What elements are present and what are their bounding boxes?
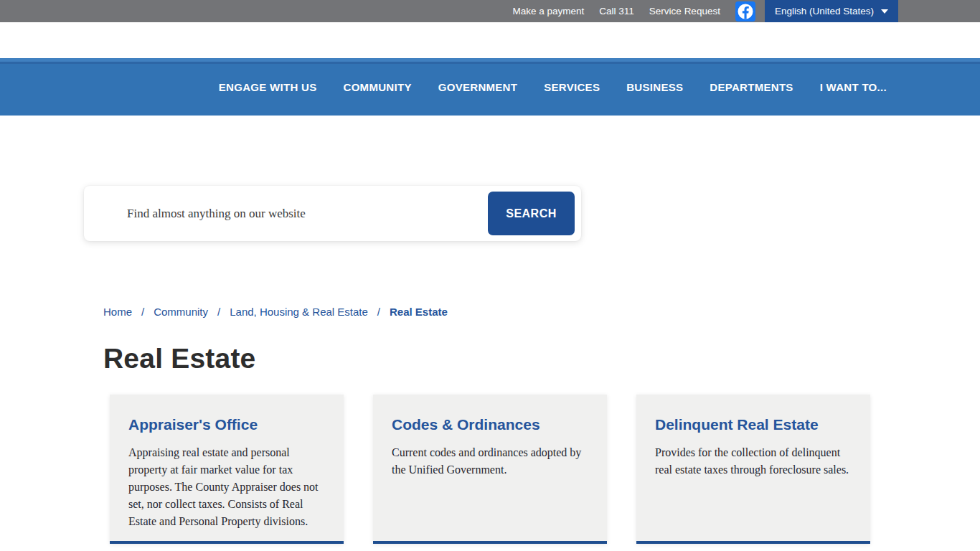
nav-item-community[interactable]: COMMUNITY	[344, 81, 412, 93]
breadcrumb: Home / Community / Land, Housing & Real …	[103, 306, 448, 318]
nav-item-business[interactable]: BUSINESS	[626, 81, 683, 93]
facebook-button[interactable]	[735, 1, 755, 22]
facebook-icon	[735, 1, 755, 22]
nav-item-engage-with-us[interactable]: ENGAGE WITH US	[219, 81, 317, 93]
card-delinquent-real-estate[interactable]: Delinquent Real Estate Provides for the …	[636, 395, 870, 544]
chevron-down-icon	[881, 9, 888, 14]
breadcrumb-separator: /	[217, 306, 220, 318]
breadcrumb-land-housing-real-estate[interactable]: Land, Housing & Real Estate	[230, 306, 368, 318]
card-title[interactable]: Delinquent Real Estate	[655, 416, 852, 433]
card-description: Appraising real estate and personal prop…	[128, 444, 325, 530]
nav-item-i-want-to[interactable]: I WANT TO...	[820, 81, 887, 93]
language-selector[interactable]: English (United States)	[765, 0, 898, 22]
card-title[interactable]: Appraiser's Office	[128, 416, 325, 433]
cards-row: Appraiser's Office Appraising real estat…	[110, 395, 870, 544]
make-a-payment-link[interactable]: Make a payment	[513, 6, 585, 17]
logo-strip	[0, 22, 980, 58]
nav-item-departments[interactable]: DEPARTMENTS	[710, 81, 793, 93]
card-codes-ordinances[interactable]: Codes & Ordinances Current codes and ord…	[373, 395, 607, 544]
breadcrumb-separator: /	[377, 306, 380, 318]
language-selector-label: English (United States)	[775, 6, 874, 17]
card-title[interactable]: Codes & Ordinances	[392, 416, 588, 433]
search-input[interactable]	[84, 186, 488, 241]
top-utility-bar: Make a payment Call 311 Service Request …	[0, 0, 980, 22]
main-navigation: ENGAGE WITH US COMMUNITY GOVERNMENT SERV…	[0, 58, 980, 116]
card-description: Current codes and ordinances adopted by …	[392, 444, 588, 479]
site-search-card: SEARCH	[84, 186, 581, 241]
breadcrumb-current-real-estate: Real Estate	[390, 306, 448, 318]
nav-item-government[interactable]: GOVERNMENT	[438, 81, 518, 93]
breadcrumb-separator: /	[141, 306, 144, 318]
service-request-link[interactable]: Service Request	[649, 6, 720, 17]
card-description: Provides for the collection of delinquen…	[655, 444, 852, 479]
call-311-link[interactable]: Call 311	[599, 6, 634, 17]
search-button[interactable]: SEARCH	[488, 192, 575, 235]
page-title: Real Estate	[103, 343, 255, 375]
card-appraisers-office[interactable]: Appraiser's Office Appraising real estat…	[110, 395, 344, 544]
breadcrumb-community[interactable]: Community	[154, 306, 208, 318]
nav-item-services[interactable]: SERVICES	[544, 81, 600, 93]
breadcrumb-home[interactable]: Home	[103, 306, 132, 318]
